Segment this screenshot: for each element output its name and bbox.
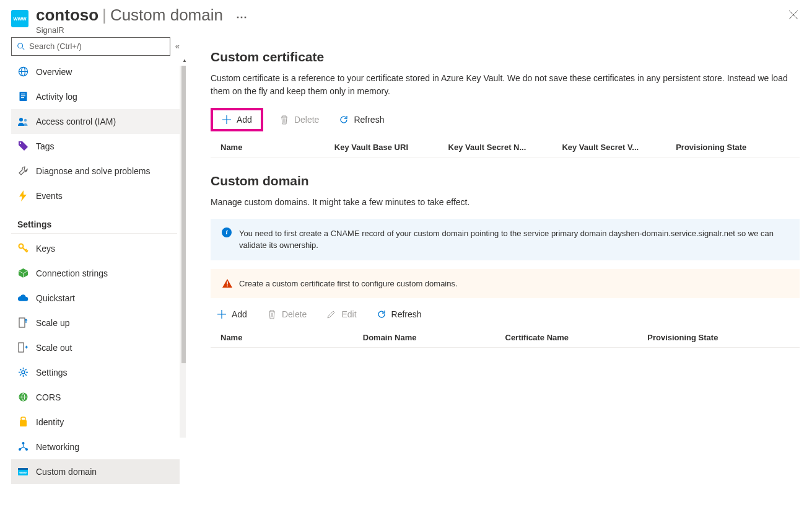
svg-rect-18 [20, 420, 27, 426]
svg-rect-23 [18, 468, 28, 470]
scaleout-icon [17, 342, 28, 353]
svg-point-12 [19, 244, 23, 249]
sidebar-item-label: Activity log [36, 92, 77, 102]
domain-icon: www [17, 467, 28, 476]
sidebar-item-custom-domain[interactable]: wwwCustom domain [11, 459, 180, 484]
sidebar-item-label: Quickstart [36, 293, 75, 303]
sidebar-item-label: Diagnose and solve problems [36, 166, 150, 176]
svg-rect-8 [21, 97, 24, 98]
plus-icon [222, 115, 232, 125]
svg-rect-14 [19, 343, 24, 352]
sidebar-item-connection-strings[interactable]: Connection strings [11, 261, 180, 286]
svg-point-0 [18, 43, 23, 48]
conn-icon [17, 268, 28, 278]
svg-point-10 [24, 118, 27, 121]
log-icon [17, 91, 28, 102]
svg-point-9 [19, 118, 23, 121]
domain-delete-button: Delete [261, 307, 313, 322]
column-header[interactable]: Certificate Name [505, 333, 648, 342]
cert-refresh-button[interactable]: Refresh [333, 112, 390, 127]
resource-icon: www [11, 10, 28, 27]
warning-icon [222, 278, 233, 289]
sidebar-item-label: Identity [36, 417, 64, 427]
column-header[interactable]: Name [220, 143, 334, 152]
sidebar-item-label: Scale out [36, 343, 72, 353]
column-header[interactable]: Key Vault Base URI [334, 143, 448, 152]
pencil-icon [326, 309, 336, 319]
sidebar-item-label: Keys [36, 244, 55, 254]
sidebar-item-label: Overview [36, 67, 72, 77]
domain-refresh-button[interactable]: Refresh [370, 307, 428, 322]
sidebar-item-networking[interactable]: Networking [11, 435, 180, 459]
column-header[interactable]: Key Vault Secret N... [448, 143, 562, 152]
sidebar-item-access-control-iam-[interactable]: Access control (IAM) [11, 109, 180, 134]
search-input[interactable]: Search (Ctrl+/) [11, 37, 170, 56]
trash-icon [267, 309, 277, 319]
service-name: SignalR [36, 25, 786, 35]
svg-rect-25 [227, 281, 228, 285]
sidebar-item-scale-out[interactable]: Scale out [11, 335, 180, 360]
column-header[interactable]: Domain Name [363, 333, 505, 342]
svg-rect-17 [21, 417, 25, 420]
sidebar-item-diagnose-and-solve-problems[interactable]: Diagnose and solve problems [11, 159, 180, 183]
scrollbar[interactable]: ▲ [180, 66, 186, 438]
bolt-icon [17, 190, 28, 201]
sidebar-item-activity-log[interactable]: Activity log [11, 84, 180, 109]
sidebar-item-label: Scale up [36, 318, 69, 328]
sidebar-item-label: Custom domain [36, 467, 97, 477]
column-header[interactable]: Name [220, 333, 363, 342]
gear-icon [17, 367, 28, 377]
sidebar-item-label: Events [36, 191, 63, 201]
identity-icon [17, 417, 28, 427]
cert-add-button[interactable]: Add [214, 112, 260, 127]
info-icon: i [222, 227, 232, 237]
sidebar: Search (Ctrl+/) « OverviewActivity logAc… [0, 37, 186, 512]
wrench-icon [17, 166, 28, 176]
svg-rect-7 [21, 95, 25, 96]
sidebar-item-label: Tags [36, 141, 55, 151]
plus-icon [217, 309, 227, 319]
sidebar-item-label: Connection strings [36, 268, 108, 278]
trash-icon [279, 115, 289, 125]
sidebar-item-label: Access control (IAM) [36, 117, 116, 126]
sidebar-item-scale-up[interactable]: Scale up [11, 311, 180, 335]
domain-description: Manage custom domains. It might take a f… [211, 196, 800, 209]
sidebar-item-settings[interactable]: Settings [11, 360, 180, 385]
globe-icon [17, 66, 28, 77]
sidebar-item-cors[interactable]: CORS [11, 385, 180, 410]
search-icon [17, 42, 25, 51]
sidebar-item-events[interactable]: Events [11, 183, 180, 208]
warn-banner: Create a custom certificate first to con… [211, 269, 800, 299]
sidebar-item-label: CORS [36, 392, 61, 402]
settings-section-label: Settings [11, 212, 177, 234]
more-icon[interactable]: ⋯ [236, 11, 247, 23]
svg-point-11 [19, 143, 20, 144]
sidebar-item-tags[interactable]: Tags [11, 134, 180, 159]
domain-add-button[interactable]: Add [211, 307, 253, 322]
cloud-icon [17, 294, 28, 302]
key-icon [17, 243, 28, 254]
domain-table-header: NameDomain NameCertificate NameProvision… [211, 328, 800, 348]
scaleup-icon [17, 317, 28, 328]
sidebar-item-quickstart[interactable]: Quickstart [11, 286, 180, 311]
svg-line-1 [22, 47, 25, 50]
resource-name: contoso [36, 6, 98, 24]
refresh-icon [377, 309, 386, 319]
sidebar-item-identity[interactable]: Identity [11, 410, 180, 435]
svg-rect-6 [21, 94, 25, 94]
close-button[interactable] [786, 7, 801, 22]
domain-edit-button: Edit [320, 307, 362, 322]
svg-text:www: www [19, 470, 27, 474]
cert-table-header: NameKey Vault Base URIKey Vault Secret N… [211, 138, 800, 157]
svg-rect-13 [19, 318, 25, 327]
sidebar-item-label: Networking [36, 442, 79, 452]
sidebar-item-keys[interactable]: Keys [11, 236, 180, 261]
svg-rect-26 [227, 285, 228, 286]
cors-icon [17, 392, 28, 402]
sidebar-item-overview[interactable]: Overview [11, 60, 180, 84]
column-header[interactable]: Key Vault Secret V... [562, 143, 676, 152]
column-header[interactable]: Provisioning State [647, 333, 790, 342]
column-header[interactable]: Provisioning State [676, 143, 790, 152]
cert-heading: Custom certificate [211, 50, 800, 64]
collapse-icon[interactable]: « [175, 42, 180, 51]
